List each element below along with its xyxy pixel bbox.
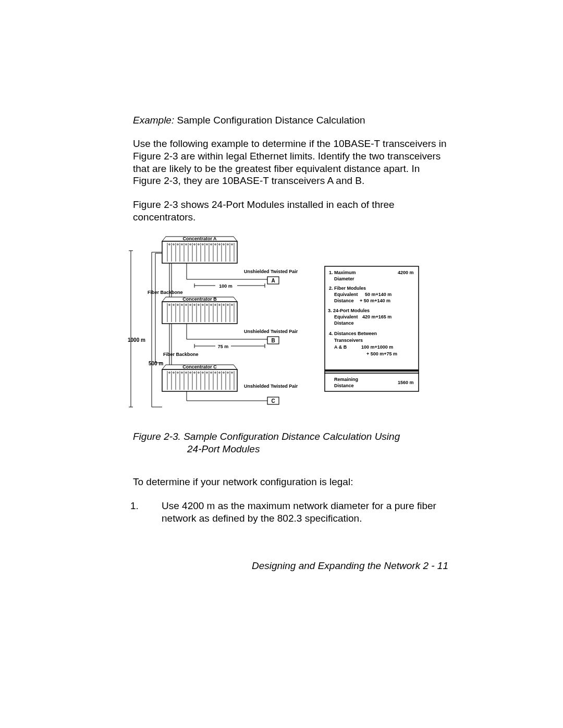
svg-point-143 [223,372,225,373]
calculation-table: 1. Maximum 4200 m Diameter 2. Fiber Modu… [325,266,419,391]
svg-point-29 [177,243,179,245]
svg-point-38 [215,243,216,245]
svg-text:4200 m: 4200 m [398,270,414,275]
svg-text:Fiber Backbone: Fiber Backbone [148,290,183,295]
svg-point-90 [215,304,216,305]
paragraph-2: Figure 2-3 shows 24-Port Modules install… [133,199,448,224]
svg-text:2. Fiber Modules: 2. Fiber Modules [329,286,366,291]
svg-text:Distance: Distance [334,320,354,326]
svg-point-36 [206,243,208,245]
svg-text:100 m+1000 m: 100 m+1000 m [361,344,393,350]
concentrator-b: Concentrator B [162,297,298,369]
svg-text:B: B [271,338,275,343]
svg-point-140 [211,372,212,373]
figure-2-3: 1000 m 500 m Concentrator A [127,235,424,420]
svg-text:+ 500 m+75 m: + 500 m+75 m [366,351,397,356]
svg-point-134 [186,372,187,373]
svg-point-87 [202,304,204,305]
svg-point-88 [206,304,208,305]
svg-text:Equivalent: Equivalent [334,314,358,319]
svg-point-131 [173,372,175,373]
paragraph-1: Use the following example to determine i… [133,138,448,187]
svg-text:420 m+165 m: 420 m+165 m [362,314,391,319]
svg-text:1. Maximum: 1. Maximum [329,270,356,275]
svg-point-41 [227,243,229,245]
svg-text:Equivalent: Equivalent [334,292,358,297]
figure-caption: Figure 2-3. Sample Configuration Distanc… [133,430,448,456]
ordered-list: 1.Use 4200 m as the maximum network diam… [133,500,448,525]
svg-text:100 m: 100 m [219,283,232,289]
svg-point-86 [198,304,200,305]
svg-text:Unshielded Twisted Pair: Unshielded Twisted Pair [244,384,298,389]
svg-text:3. 24-Port Modules: 3. 24-Port Modules [328,308,370,313]
svg-point-136 [194,372,195,373]
svg-point-40 [223,243,225,245]
svg-text:500 m: 500 m [149,361,163,366]
svg-text:Transceivers: Transceivers [334,338,363,343]
svg-text:50 m+140 m: 50 m+140 m [365,292,391,297]
figure-svg: 1000 m 500 m Concentrator A [127,235,424,420]
svg-point-79 [169,304,170,305]
svg-point-142 [219,372,221,373]
heading-lead: Example: [133,115,174,126]
svg-text:75 m: 75 m [218,344,229,349]
svg-point-27 [169,243,170,245]
svg-point-39 [219,243,221,245]
svg-text:1000 m: 1000 m [128,337,145,343]
concentrator-c: Concentrator C [152,364,298,407]
svg-point-135 [190,372,191,373]
svg-point-145 [231,372,233,373]
svg-point-91 [219,304,221,305]
svg-text:+ 50 m+140 m: + 50 m+140 m [360,298,390,303]
concentrator-a: Concentrator A [148,236,298,302]
svg-text:Fiber Backbone: Fiber Backbone [163,352,199,357]
document-page: Example: Sample Configuration Distance C… [0,0,563,728]
example-heading: Example: Sample Configuration Distance C… [133,115,448,126]
svg-point-137 [198,372,200,373]
svg-point-89 [211,304,212,305]
svg-text:A: A [271,278,275,283]
svg-text:4. Distances Between: 4. Distances Between [329,331,377,336]
svg-point-139 [206,372,208,373]
svg-point-141 [215,372,216,373]
svg-text:Concentrator B: Concentrator B [182,297,217,302]
svg-point-132 [177,372,179,373]
svg-point-34 [198,243,200,245]
page-footer: Designing and Expanding the Network 2 - … [252,560,448,572]
svg-text:Concentrator C: Concentrator C [182,364,217,369]
svg-point-83 [186,304,187,305]
svg-rect-152 [325,266,419,373]
svg-text:Unshielded Twisted Pair: Unshielded Twisted Pair [244,329,298,334]
svg-point-30 [181,243,183,245]
list-number: 1. [146,500,162,513]
svg-point-92 [223,304,225,305]
svg-text:Remaining: Remaining [334,377,358,382]
paragraph-3: To determine if your network configurati… [133,476,448,488]
svg-text:1560 m: 1560 m [398,380,414,385]
svg-point-37 [211,243,212,245]
svg-point-138 [202,372,204,373]
svg-point-82 [181,304,183,305]
svg-text:Unshielded Twisted Pair: Unshielded Twisted Pair [244,269,298,274]
svg-text:Distance: Distance [334,383,354,388]
svg-point-85 [194,304,195,305]
svg-text:Concentrator A: Concentrator A [182,236,217,241]
heading-rest: Sample Configuration Distance Calculatio… [174,115,365,126]
svg-point-94 [231,304,233,305]
svg-point-42 [231,243,233,245]
svg-point-144 [227,372,229,373]
list-text: Use 4200 m as the maximum network diamet… [162,500,436,524]
svg-point-81 [177,304,179,305]
svg-text:Distance: Distance [334,298,354,303]
svg-point-33 [194,243,195,245]
svg-point-84 [190,304,191,305]
svg-point-28 [173,243,175,245]
svg-point-80 [173,304,175,305]
svg-point-93 [227,304,229,305]
svg-text:A & B: A & B [334,344,347,350]
list-item: 1.Use 4200 m as the maximum network diam… [162,500,448,525]
svg-point-35 [202,243,204,245]
svg-text:C: C [271,398,275,404]
svg-point-130 [169,372,170,373]
svg-point-32 [190,243,191,245]
